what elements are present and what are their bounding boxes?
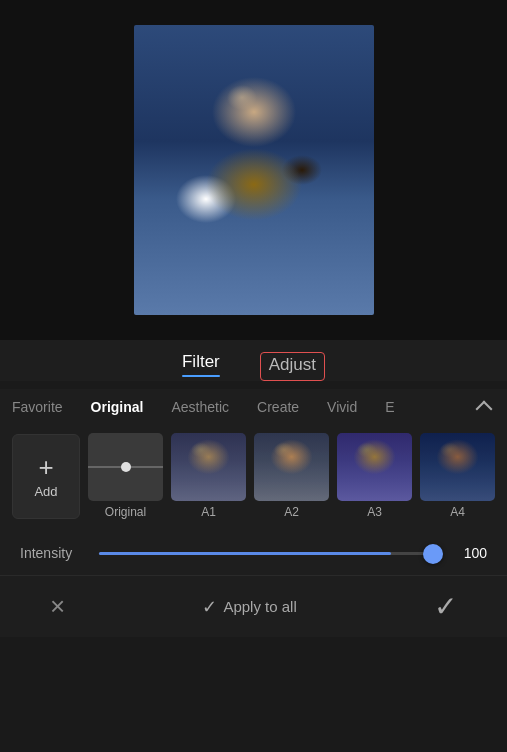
thumb-img-original: [88, 433, 163, 501]
intensity-row: Intensity 100: [0, 531, 507, 575]
thumb-label-a1: A1: [201, 505, 216, 519]
confirm-button[interactable]: ✓: [434, 590, 457, 623]
cancel-button[interactable]: ×: [50, 591, 65, 622]
thumb-img-a1: [171, 433, 246, 501]
filter-thumb-a3[interactable]: A3: [337, 433, 412, 519]
thumb-cat-a2-img: [254, 433, 329, 501]
chevron-up-icon[interactable]: [473, 396, 495, 418]
thumb-label-a2: A2: [284, 505, 299, 519]
tabs-area: Filter Adjust: [0, 340, 507, 381]
intensity-slider[interactable]: [99, 552, 443, 555]
photo-container: [134, 25, 374, 315]
filter-thumb-a4[interactable]: A4: [420, 433, 495, 519]
category-vivid[interactable]: Vivid: [313, 395, 371, 419]
x-icon: ×: [50, 591, 65, 622]
slider-fill: [99, 552, 391, 555]
check-icon: ✓: [434, 590, 457, 623]
filter-thumb-a2[interactable]: A2: [254, 433, 329, 519]
slider-thumb[interactable]: [423, 544, 443, 564]
thumb-cat-a1-img: [171, 433, 246, 501]
cat-image: [134, 25, 374, 315]
intensity-value: 100: [457, 545, 487, 561]
add-label: Add: [34, 484, 57, 499]
thumb-cat-a3-img: [337, 433, 412, 501]
intensity-label: Intensity: [20, 545, 85, 561]
thumb-label-a3: A3: [367, 505, 382, 519]
bottom-bar: × ✓ Apply to all ✓: [0, 575, 507, 637]
add-filter-button[interactable]: + Add: [12, 434, 80, 519]
original-line: [88, 466, 163, 468]
original-dot: [121, 462, 131, 472]
plus-icon: +: [38, 454, 53, 480]
category-row: Favorite Original Aesthetic Create Vivid…: [0, 389, 507, 425]
filter-thumb-a1[interactable]: A1: [171, 433, 246, 519]
thumb-img-a4: [420, 433, 495, 501]
category-favorite[interactable]: Favorite: [12, 395, 77, 419]
apply-all-label: Apply to all: [223, 598, 296, 615]
thumb-cat-a4-img: [420, 433, 495, 501]
check-small-icon: ✓: [202, 596, 217, 618]
apply-all-button[interactable]: ✓ Apply to all: [202, 596, 296, 618]
tab-adjust[interactable]: Adjust: [260, 352, 325, 381]
category-create[interactable]: Create: [243, 395, 313, 419]
main-tabs: Filter Adjust: [0, 352, 507, 381]
filter-thumb-original[interactable]: Original: [88, 433, 163, 519]
photo-area: [0, 0, 507, 340]
category-aesthetic[interactable]: Aesthetic: [157, 395, 243, 419]
category-e[interactable]: E: [371, 395, 408, 419]
thumb-label-a4: A4: [450, 505, 465, 519]
thumb-img-a2: [254, 433, 329, 501]
thumb-label-original: Original: [105, 505, 146, 519]
category-original[interactable]: Original: [77, 395, 158, 419]
tab-filter[interactable]: Filter: [182, 352, 220, 381]
thumb-img-a3: [337, 433, 412, 501]
filter-strip: + Add Original A1 A2 A3 A: [0, 425, 507, 531]
